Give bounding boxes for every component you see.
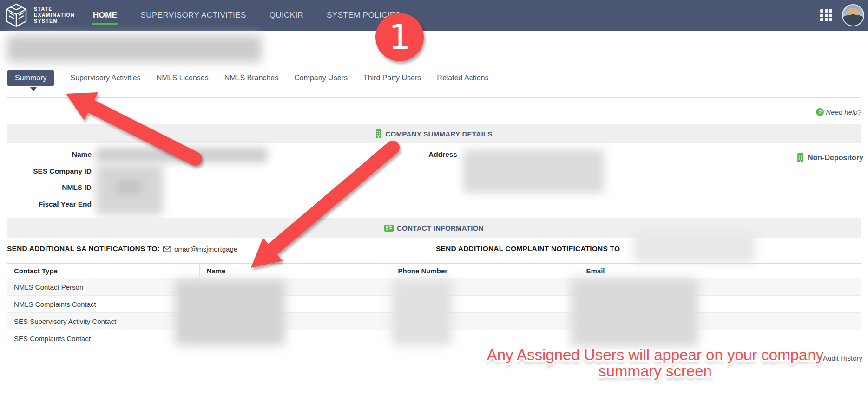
brand-divider <box>29 6 29 25</box>
cell-contact-type: NMLS Complaints Contact <box>7 296 199 313</box>
non-depository-badge: Non-Depository <box>797 153 863 162</box>
field-label-nmls-id: NMLS ID <box>0 183 92 192</box>
need-help-label: Need help? <box>826 108 861 116</box>
tab-nmls-branches[interactable]: NMLS Branches <box>224 74 279 82</box>
col-header-name: Name <box>199 264 391 278</box>
id-value-redacted <box>117 180 141 194</box>
need-help-link[interactable]: ? Need help? <box>816 108 861 116</box>
tab-related-actions[interactable]: Related Actions <box>437 74 488 82</box>
cell-contact-type: SES Complaints Contact <box>7 330 199 347</box>
field-label-address: Address <box>411 150 457 159</box>
page-title-redacted <box>7 35 262 62</box>
field-label-fiscal-year-end: Fiscal Year End <box>0 200 92 208</box>
nav-item-system-policies[interactable]: SYSTEM POLICIES <box>327 0 401 31</box>
brand-name: STATE EXAMINATION SYSTEM <box>34 6 75 24</box>
user-avatar[interactable] <box>842 4 864 26</box>
annotation-note-line: Any Assigned Users will appear on your c… <box>409 347 868 363</box>
section-title: COMPANY SUMMARY DETAILS <box>385 130 492 138</box>
ses-logo-icon <box>5 3 28 27</box>
nav-item-home[interactable]: HOME <box>93 0 118 31</box>
annotation-note: Any Assigned Users will appear on your c… <box>409 347 868 379</box>
brand-line: STATE <box>34 6 75 12</box>
building-icon <box>375 129 382 138</box>
tab-third-party-users[interactable]: Third Party Users <box>363 74 421 82</box>
tab-nmls-licenses[interactable]: NMLS Licenses <box>157 74 209 82</box>
field-label-name: Name <box>0 150 92 159</box>
ses-company-summary-page: STATE EXAMINATION SYSTEM HOME SUPERVISOR… <box>0 0 868 414</box>
brand-line: SYSTEM <box>34 18 75 24</box>
annotation-arrow-to-name-column <box>251 148 393 268</box>
complaint-notifications-value-redacted <box>634 234 756 263</box>
building-icon <box>797 153 804 162</box>
contact-card-icon <box>384 225 394 232</box>
envelope-icon <box>163 246 171 252</box>
table-header-row: Contact Type Name Phone Number Email <box>7 264 861 278</box>
col-header-phone-number: Phone Number <box>391 264 579 278</box>
annotation-note-line: summary screen <box>409 363 868 379</box>
top-navigation-bar: STATE EXAMINATION SYSTEM HOME SUPERVISOR… <box>0 0 868 31</box>
nav-item-quickir[interactable]: QUICKIR <box>270 0 304 31</box>
badge-label: Non-Depository <box>808 154 863 162</box>
name-value-redacted <box>96 148 267 162</box>
tab-summary[interactable]: Summary <box>7 70 54 86</box>
sa-notifications-email: omar@msjmortgage <box>174 245 237 253</box>
company-summary-section-header: COMPANY SUMMARY DETAILS <box>7 124 861 143</box>
address-value-redacted <box>463 149 604 193</box>
col-header-contact-type: Contact Type <box>7 264 199 278</box>
section-title: CONTACT INFORMATION <box>397 224 484 232</box>
company-tab-bar: Summary Supervisory Activities NMLS Lice… <box>7 70 489 86</box>
cell-contact-type: NMLS Contact Person <box>7 278 199 296</box>
sa-notifications-label: SEND ADDITIONAL SA NOTIFICATIONS TO: <box>7 245 160 253</box>
nav-item-supervisory-activities[interactable]: SUPERVISORY ACTIVITIES <box>141 0 246 31</box>
sa-notifications-row: SEND ADDITIONAL SA NOTIFICATIONS TO: oma… <box>7 245 237 253</box>
brand-line: EXAMINATION <box>34 12 75 18</box>
col-header-email: Email <box>579 264 861 278</box>
complaint-notifications-label: SEND ADDITIONAL COMPLAINT NOTIFICATIONS … <box>436 245 620 253</box>
phone-column-redacted <box>392 279 452 345</box>
cell-contact-type: SES Supervisory Activity Contact <box>7 313 199 330</box>
email-column-redacted <box>570 278 698 347</box>
active-tab-caret-icon <box>30 87 37 91</box>
tab-supervisory-activities[interactable]: Supervisory Activities <box>70 74 140 82</box>
question-circle-icon: ? <box>816 108 824 116</box>
apps-grid-icon[interactable] <box>820 9 832 21</box>
tab-divider <box>7 97 861 98</box>
primary-nav: HOME SUPERVISORY ACTIVITIES QUICKIR SYST… <box>93 0 401 31</box>
name-column-redacted <box>175 279 285 345</box>
audit-history-link[interactable]: Audit History <box>823 354 862 362</box>
field-label-ses-company-id: SES Company ID <box>0 167 92 175</box>
tab-company-users[interactable]: Company Users <box>294 74 348 82</box>
